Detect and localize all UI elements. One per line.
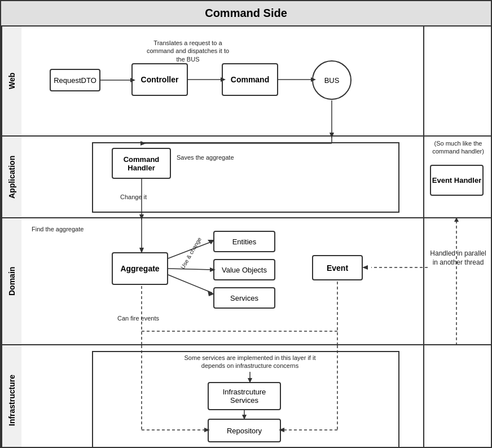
layers-wrapper: Web RequestDTO Controller Command BUS Tr… [1, 27, 491, 447]
diagram-title: Command Side [1, 1, 491, 27]
web-right-panel [423, 27, 491, 135]
diagram-container: Command Side Web RequestDTO Controller C… [0, 0, 492, 448]
infra-content: Some services are implemented in this la… [21, 345, 423, 447]
infra-label: Infrastructure [1, 345, 21, 447]
infraservices-box: Infrastrcuture Services [208, 382, 281, 410]
domain-label: Domain [1, 218, 21, 344]
layer-domain: Domain Find the aggregate Aggregate Enti… [1, 218, 491, 345]
layer-application: Application Command Handler Saves the ag… [1, 137, 491, 218]
findaggregate-annotation: Find the aggregate [32, 225, 116, 233]
infra-right-panel [423, 345, 491, 447]
canfire-annotation: Can fire events [117, 314, 191, 322]
event-box: Event [312, 255, 363, 280]
eventhandler-arrows [424, 137, 491, 218]
command-box: Command [222, 63, 278, 96]
bus-annotation: Translates a request to a command and di… [143, 39, 233, 63]
layer-infrastructure: Infrastructure Some services are impleme… [1, 345, 491, 447]
svg-marker-27 [454, 217, 459, 222]
valueobjects-box: Value Objects [213, 259, 275, 280]
bus-box: BUS [312, 60, 352, 100]
services-box: Services [213, 287, 275, 309]
svg-line-19 [168, 275, 212, 293]
diagram-body: Web RequestDTO Controller Command BUS Tr… [1, 27, 491, 447]
application-label: Application [1, 137, 21, 217]
domain-right-panel: Handled in parallel in another thread [423, 218, 491, 344]
svg-line-17 [168, 269, 212, 270]
web-content: RequestDTO Controller Command BUS Transl… [21, 27, 423, 135]
application-content: Command Handler Saves the aggregate Chan… [21, 137, 423, 217]
layer-web: Web RequestDTO Controller Command BUS Tr… [1, 27, 491, 137]
requestdto-box: RequestDTO [50, 69, 100, 91]
svg-marker-25 [362, 265, 368, 270]
application-right-panel: (So much like the command handler) Event… [423, 137, 491, 217]
entities-box: Entities [213, 231, 275, 252]
changeit-annotation: Change it [120, 193, 177, 201]
repository-box: Repository [208, 419, 281, 442]
web-label: Web [1, 27, 21, 135]
application-domain-rect [92, 142, 399, 213]
aggregate-box: Aggregate [112, 252, 168, 285]
domain-content: Find the aggregate Aggregate Entities Va… [21, 218, 423, 344]
usechange-annotation: Use & change [179, 235, 204, 271]
domain-right-arrows [424, 218, 491, 345]
saves-annotation: Saves the aggregate [177, 153, 278, 161]
controller-box: Controller [131, 63, 188, 96]
